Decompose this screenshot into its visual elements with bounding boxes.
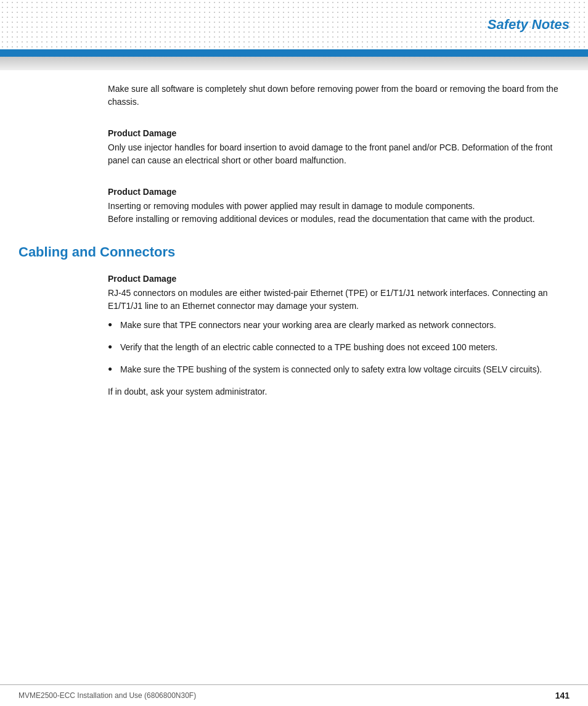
paragraph-shutdown: Make sure all software is completely shu… <box>108 83 570 109</box>
notice3-text: RJ-45 connectors on modules are either t… <box>108 287 570 313</box>
gray-gradient-bar <box>0 57 588 70</box>
notice2-line2: Before installing or removing additional… <box>108 213 570 226</box>
notice-injector-handles: Product Damage Only use injector handles… <box>108 127 570 167</box>
list-item-3: Make sure the TPE bushing of the system … <box>108 363 570 376</box>
footer-document-info: MVME2500-ECC Installation and Use (68068… <box>18 691 196 700</box>
notice2-label: Product Damage <box>108 186 570 199</box>
notice-modules-power: Product Damage Inserting or removing mod… <box>108 186 570 226</box>
header-title-area: Safety Notes <box>488 17 570 33</box>
notice1-text: Only use injector handles for board inse… <box>108 141 570 167</box>
page-title: Safety Notes <box>488 17 570 32</box>
header: Safety Notes <box>0 0 588 49</box>
paragraph-shutdown-text: Make sure all software is completely shu… <box>108 83 570 109</box>
blue-divider-bar <box>0 49 588 57</box>
list-item-2: Verify that the length of an electric ca… <box>108 341 570 354</box>
footer-page-number: 141 <box>555 691 570 700</box>
list-item-1: Make sure that TPE connectors near your … <box>108 319 570 332</box>
section-heading-cabling: Cabling and Connectors <box>18 244 570 260</box>
notice3-label: Product Damage <box>108 273 570 285</box>
notice2-line1: Inserting or removing modules with power… <box>108 200 570 213</box>
notice-rj45: Product Damage RJ-45 connectors on modul… <box>108 273 570 398</box>
main-content: Make sure all software is completely shu… <box>0 70 588 625</box>
if-in-doubt-text: If in doubt, ask your system administrat… <box>108 385 570 398</box>
notice1-label: Product Damage <box>108 127 570 140</box>
bullet-list-tpe: Make sure that TPE connectors near your … <box>108 319 570 376</box>
footer: MVME2500-ECC Installation and Use (68068… <box>0 684 588 706</box>
